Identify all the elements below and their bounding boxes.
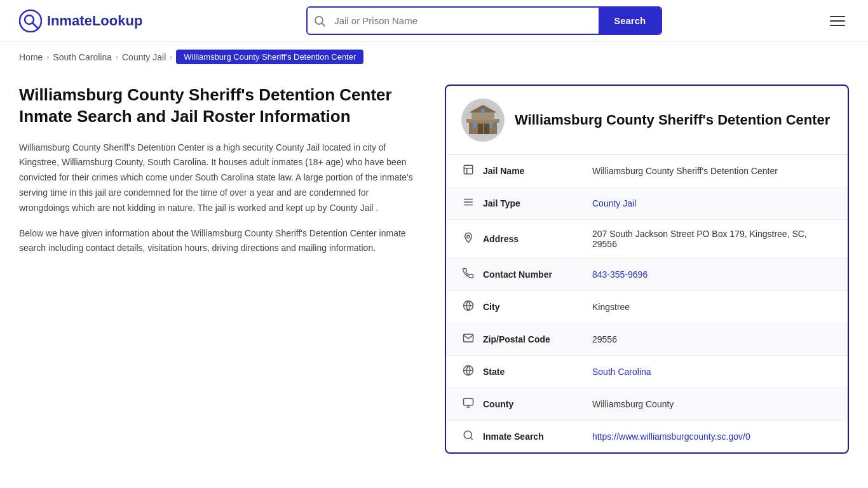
info-value[interactable]: South Carolina [592,367,832,377]
info-card: Williamsburg County Sheriff's Detention … [445,85,849,454]
svg-rect-12 [473,123,477,128]
svg-point-0 [20,10,41,32]
info-label: Address [483,234,585,244]
svg-rect-15 [464,165,473,174]
card-header: Williamsburg County Sheriff's Detention … [446,86,848,155]
info-value: 29556 [592,334,832,344]
info-link[interactable]: 843-355-9696 [592,269,648,280]
location-icon [461,232,475,246]
info-value[interactable]: 843-355-9696 [592,269,832,280]
svg-rect-11 [484,124,489,134]
logo[interactable]: InmateLookup [19,10,142,32]
svg-line-2 [32,23,37,28]
logo-icon [19,10,42,32]
info-row: Jail NameWilliamsburg County Sheriff's D… [446,155,848,187]
breadcrumb-home[interactable]: Home [19,52,43,62]
svg-rect-26 [464,398,473,405]
svg-point-29 [464,431,471,438]
globe-icon [461,365,475,379]
info-label: Contact Number [483,269,585,280]
info-value: 207 South Jackson Street PO Box 179, Kin… [592,229,832,249]
facility-image [461,98,505,142]
svg-rect-14 [481,109,485,112]
breadcrumb-chevron-1: › [46,53,49,62]
svg-rect-8 [471,111,494,120]
breadcrumb-chevron-3: › [170,53,172,62]
search-button[interactable]: Search [599,8,661,34]
search-bar-icon [308,15,332,27]
facility-building-icon [464,101,502,139]
breadcrumb-current: Williamsburg County Sheriff's Detention … [176,50,363,64]
search-icon [461,430,475,444]
info-row: Zip/Postal Code29556 [446,323,848,356]
breadcrumb-state[interactable]: South Carolina [53,52,112,62]
hamburger-line-2 [830,20,845,22]
county-icon [461,397,475,411]
jail-icon [461,164,475,178]
breadcrumb-chevron-2: › [116,53,118,62]
info-row: CountyWilliamsburg County [446,388,848,421]
svg-point-21 [467,235,470,238]
breadcrumb-type[interactable]: County Jail [122,52,166,62]
info-label: State [483,367,585,377]
hamburger-line-3 [830,25,845,26]
magnify-icon [314,15,325,27]
info-label: County [483,399,585,409]
hamburger-line-1 [830,16,845,17]
info-row: Jail TypeCounty Jail [446,187,848,220]
info-row: Address207 South Jackson Street PO Box 1… [446,220,848,259]
info-link[interactable]: South Carolina [592,367,651,377]
hamburger-menu[interactable] [826,12,849,30]
info-rows-container: Jail NameWilliamsburg County Sheriff's D… [446,155,848,452]
info-link[interactable]: https://www.williamsburgcounty.sc.gov/0 [592,431,750,442]
left-column: Williamsburg County Sheriff's Detention … [19,85,426,266]
info-value: Williamsburg County [592,399,832,409]
phone-icon [461,268,475,281]
info-value[interactable]: https://www.williamsburgcounty.sc.gov/0 [592,431,832,442]
city-icon [461,300,475,314]
info-value: Kingstree [592,302,832,312]
info-label: Jail Name [483,166,585,176]
svg-point-3 [315,17,323,24]
zip-icon [461,332,475,346]
info-value[interactable]: County Jail [592,198,832,208]
info-label: Zip/Postal Code [483,334,585,344]
info-row: Contact Number843-355-9696 [446,259,848,291]
info-row: Inmate Searchhttps://www.williamsburgcou… [446,421,848,452]
logo-text: InmateLookup [47,13,142,29]
description-paragraph-1: Williamsburg County Sheriff's Detention … [19,140,413,216]
svg-line-4 [322,24,325,26]
search-input[interactable] [332,9,599,32]
header: InmateLookup Search [0,0,868,42]
card-title: Williamsburg County Sheriff's Detention … [515,112,830,128]
info-value: Williamsburg County Sheriff's Detention … [592,166,832,176]
info-row: StateSouth Carolina [446,356,848,388]
info-link[interactable]: County Jail [592,198,636,208]
list-icon [461,196,475,210]
description-paragraph-2: Below we have given information about th… [19,226,413,257]
main-content: Williamsburg County Sheriff's Detention … [0,72,868,466]
info-row: CityKingstree [446,291,848,323]
svg-rect-13 [489,123,493,128]
breadcrumb: Home › South Carolina › County Jail › Wi… [0,42,868,72]
info-label: City [483,302,585,312]
info-label: Inmate Search [483,431,585,442]
svg-rect-10 [478,124,483,134]
svg-line-30 [470,437,472,439]
info-label: Jail Type [483,198,585,208]
search-bar: Search [306,6,662,35]
page-title: Williamsburg County Sheriff's Detention … [19,85,413,128]
